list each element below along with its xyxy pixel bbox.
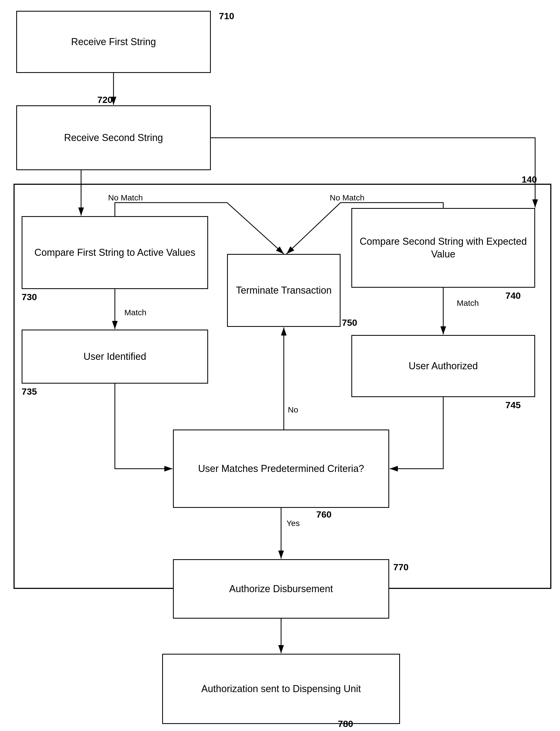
box-receive-first-string: Receive First String	[16, 11, 211, 73]
box-user-matches: User Matches Predetermined Criteria?	[173, 429, 389, 508]
box-receive-second-string: Receive Second String	[16, 105, 211, 170]
label-no-match-right: No Match	[330, 193, 364, 202]
label-750: 750	[342, 318, 357, 328]
label-730: 730	[22, 292, 37, 302]
label-760: 760	[316, 509, 332, 520]
label-745: 745	[505, 400, 521, 410]
label-720: 720	[97, 95, 113, 105]
box-user-identified: User Identified	[22, 330, 208, 383]
diagram-container: 140 Receive First String 710 Receive Sec…	[0, 0, 560, 731]
label-no: No	[288, 405, 298, 414]
box-authorize-disbursement: Authorize Disbursement	[173, 559, 389, 619]
box-authorization-sent: Authorization sent to Dispensing Unit	[162, 654, 400, 724]
label-710: 710	[219, 11, 234, 21]
label-match-left: Match	[124, 308, 146, 317]
box-terminate-transaction: Terminate Transaction	[227, 254, 341, 327]
label-140: 140	[522, 174, 537, 185]
label-735: 735	[22, 386, 37, 397]
label-no-match-left: No Match	[108, 193, 143, 202]
label-yes: Yes	[286, 519, 300, 528]
box-compare-second-string: Compare Second String with Expected Valu…	[351, 208, 535, 288]
label-780: 780	[338, 719, 353, 729]
label-match-right: Match	[457, 299, 479, 308]
box-user-authorized: User Authorized	[351, 335, 535, 397]
box-compare-first-string: Compare First String to Active Values	[22, 216, 208, 289]
label-740: 740	[505, 291, 521, 301]
label-770: 770	[393, 562, 409, 572]
